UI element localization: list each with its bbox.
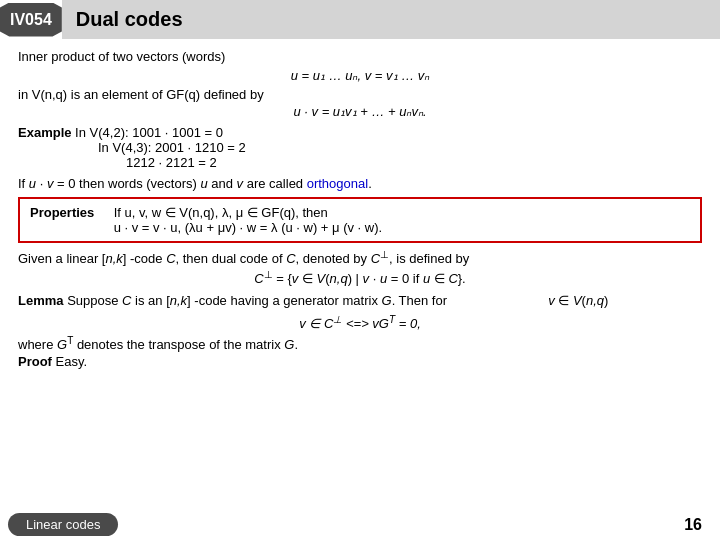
properties-line1: If u, v, w ∈ V(n,q), λ, μ ∈ GF(q), then	[114, 205, 383, 220]
slide-title: Dual codes	[62, 0, 720, 39]
footer: Linear codes 16	[0, 513, 720, 536]
course-badge: IV054	[0, 3, 62, 37]
orthogonal-line: If u · v = 0 then words (vectors) u and …	[18, 176, 702, 191]
properties-box: Properties If u, v, w ∈ V(n,q), λ, μ ∈ G…	[18, 197, 702, 243]
orthogonal-word: orthogonal	[307, 176, 368, 191]
example-line1: In V(4,2): 1001 · 1001 = 0	[75, 125, 223, 140]
example-label: Example	[18, 125, 71, 140]
example-block: Example In V(4,2): 1001 · 1001 = 0 In V(…	[18, 125, 702, 170]
header: IV054 Dual codes	[0, 0, 720, 39]
intro-text: Inner product of two vectors (words)	[18, 49, 702, 64]
page-number: 16	[684, 516, 702, 534]
inner-product-formula: u · v = u₁v₁ + … + uₙvₙ.	[18, 104, 702, 119]
footer-label: Linear codes	[8, 513, 118, 536]
properties-line2: u · v = v · u, (λu + μv) · w = λ (u · w)…	[114, 220, 383, 235]
properties-label: Properties	[30, 205, 110, 220]
dual-formula: C⊥ = {v ∈ V(n,q) | v · u = 0 if u ∈ C}.	[18, 269, 702, 286]
lemma-label: Lemma	[18, 293, 64, 308]
where-line: where GT denotes the transpose of the ma…	[18, 335, 702, 352]
proof-block: Proof Easy.	[18, 354, 702, 369]
vector-def: u = u₁ … uₙ, v = v₁ … vₙ	[18, 68, 702, 83]
example-line2: In V(4,3): 2001 · 1210 = 2	[98, 140, 702, 155]
example-line3: 1212 · 2121 = 2	[126, 155, 702, 170]
vperp-formula: v ∈ C⊥ <=> vGT = 0,	[18, 314, 702, 331]
properties-content: If u, v, w ∈ V(n,q), λ, μ ∈ GF(q), then …	[114, 205, 383, 235]
lemma-block: Lemma Suppose C is an [n,k] -code having…	[18, 293, 702, 308]
main-content: Inner product of two vectors (words) u =…	[0, 47, 720, 371]
field-line: in V(n,q) is an element of GF(q) defined…	[18, 87, 702, 102]
dual-def-block: Given a linear [n,k] -code C, then dual …	[18, 249, 702, 287]
proof-label: Proof	[18, 354, 52, 369]
